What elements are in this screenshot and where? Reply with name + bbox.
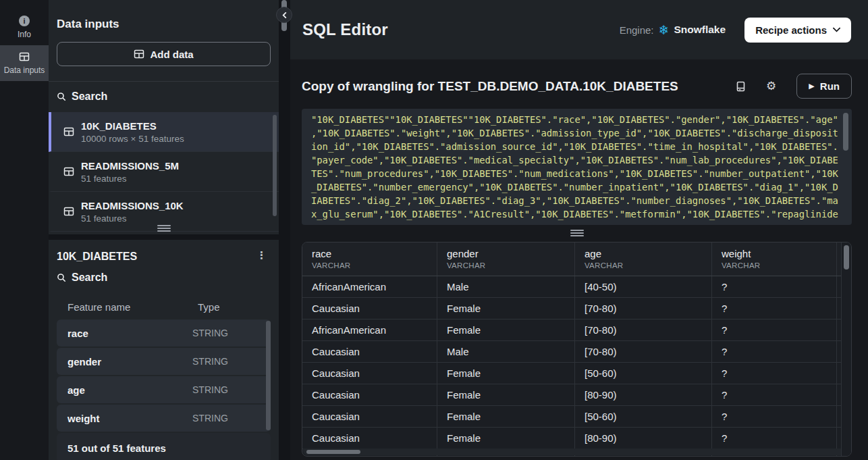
main-area: SQL Editor Engine: ❄ Snowflake Recipe ac… — [290, 0, 868, 460]
cell: Female — [437, 406, 575, 427]
settings-button[interactable]: ⚙ — [763, 78, 779, 95]
panel-resize-handle[interactable] — [157, 225, 171, 232]
editor-resize-handle[interactable] — [570, 230, 584, 236]
feature-row-gender[interactable]: gender STRING — [57, 348, 271, 375]
table-row[interactable]: Caucasian Female [70-80) ? — [302, 298, 841, 320]
table-vertical-scrollbar[interactable] — [841, 242, 851, 456]
table-row[interactable]: AfricanAmerican Male [40-50) ? — [302, 276, 841, 298]
dataset-search-input[interactable]: Search — [57, 82, 271, 111]
code-line: ,"10K_DIABETES"."weight","10K_DIABETES".… — [311, 126, 842, 140]
add-data-button[interactable]: Add data — [57, 42, 271, 66]
cell: Caucasian — [302, 341, 437, 362]
code-line: IABETES"."diag_2","10K_DIABETES"."diag_3… — [311, 194, 842, 207]
feature-list: race STRING gender STRING age STRING wei… — [57, 320, 271, 460]
dataset-name: READMISSIONS_5M — [81, 160, 179, 172]
feature-row-weight[interactable]: weight STRING — [57, 405, 271, 432]
dataset-meta: 51 features — [81, 174, 179, 184]
search-icon — [57, 92, 66, 101]
table-vertical-scroll-thumb[interactable] — [844, 245, 849, 270]
feature-row-age[interactable]: age STRING — [57, 376, 271, 403]
feature-type: STRING — [192, 356, 260, 367]
snowflake-icon: ❄ — [659, 24, 670, 36]
table-horizontal-scrollbar[interactable] — [303, 449, 841, 455]
chevron-down-icon — [833, 27, 840, 32]
feature-type: STRING — [192, 328, 260, 338]
cell: ? — [712, 428, 837, 449]
dataset-text: 10K_DIABETES 10000 rows × 51 features — [81, 120, 184, 144]
app-root: i Info Data inputs Data inputs Add data … — [0, 0, 868, 460]
data-inputs-title: Data inputs — [57, 18, 271, 31]
table-grid-icon — [63, 126, 74, 137]
editor-body: Copy of wrangling for TEST_DB.DEMO_DATA.… — [290, 59, 868, 460]
recipe-title: Copy of wrangling for TEST_DB.DEMO_DATA.… — [302, 79, 733, 94]
feature-search-input[interactable]: Search — [57, 263, 271, 292]
results-table: race VARCHAR gender VARCHAR age VARCHAR — [302, 242, 852, 457]
code-scrollbar[interactable] — [843, 113, 848, 151]
info-icon: i — [19, 16, 30, 26]
cell: Female — [437, 320, 575, 340]
features-panel-title: 10K_DIABETES — [57, 251, 252, 263]
dataset-list-scrollbar[interactable] — [273, 115, 277, 216]
rail-item-label: Info — [18, 30, 31, 39]
table-row[interactable]: Caucasian Female [80-90) ? — [302, 384, 841, 406]
collapse-panel-button[interactable] — [276, 7, 292, 23]
left-rail: i Info Data inputs — [0, 0, 49, 460]
feature-type: STRING — [192, 384, 260, 395]
column-header-weight[interactable]: weight VARCHAR — [712, 242, 837, 276]
table-row[interactable]: Caucasian Female [50-60) ? — [302, 363, 841, 384]
column-name: gender — [447, 248, 565, 259]
cell: Female — [437, 384, 575, 405]
cell: [40-50) — [575, 276, 712, 297]
feature-table-header: Feature name Type — [57, 292, 271, 313]
cell: Male — [437, 341, 575, 362]
cell: [70-80) — [575, 341, 712, 362]
dataset-name: 10K_DIABETES — [81, 120, 184, 132]
table-horizontal-scroll-thumb[interactable] — [306, 450, 360, 454]
cell: Caucasian — [302, 363, 437, 384]
column-type: VARCHAR — [312, 261, 427, 270]
feature-type: STRING — [192, 413, 260, 424]
code-line: "10K_DIABETES""10K_DIABETES""10K_DIABETE… — [311, 113, 842, 126]
dataset-list: 10K_DIABETES 10000 rows × 51 features RE… — [49, 112, 279, 232]
feature-name: age — [67, 384, 192, 396]
table-row[interactable]: Caucasian Male [70-80) ? — [302, 341, 841, 363]
sql-code-editor[interactable]: "10K_DIABETES""10K_DIABETES""10K_DIABETE… — [302, 109, 852, 225]
cell: ? — [712, 406, 837, 427]
dataset-meta: 51 features — [81, 213, 184, 224]
code-line: x_glu_serum","10K_DIABETES"."A1Cresult",… — [311, 207, 842, 221]
rail-item-info[interactable]: i Info — [0, 9, 49, 45]
dataset-item-10k-diabetes[interactable]: 10K_DIABETES 10000 rows × 51 features — [49, 112, 279, 152]
code-line: TES"."num_procedures","10K_DIABETES"."nu… — [311, 167, 842, 180]
feature-list-scrollbar[interactable] — [266, 321, 271, 430]
feature-type-header: Type — [198, 301, 268, 313]
cell: ? — [712, 320, 837, 340]
feature-name: weight — [67, 413, 192, 424]
table-row[interactable]: Caucasian Female [50-60) ? — [302, 406, 841, 428]
table-row[interactable]: Caucasian Female [80-90) ? — [302, 428, 841, 449]
run-label: Run — [820, 80, 840, 92]
panel-divider[interactable] — [279, 0, 290, 460]
feature-name: race — [67, 328, 192, 339]
dataset-item-readmissions-5m[interactable]: READMISSIONS_5M 51 features — [49, 152, 279, 192]
column-header-age[interactable]: age VARCHAR — [575, 242, 712, 276]
column-header-gender[interactable]: gender VARCHAR — [437, 242, 575, 276]
features-panel: 10K_DIABETES ⋮ Search Feature name Type … — [49, 240, 279, 460]
column-header-race[interactable]: race VARCHAR — [302, 242, 437, 276]
gear-icon: ⚙ — [766, 80, 776, 92]
rail-item-data-inputs[interactable]: Data inputs — [0, 45, 49, 81]
kebab-menu-icon[interactable]: ⋮ — [252, 251, 271, 261]
cell: [70-80) — [575, 320, 712, 340]
recipe-actions-button[interactable]: Recipe actions — [744, 18, 851, 43]
feature-name: gender — [67, 356, 192, 367]
cell: Caucasian — [302, 384, 437, 405]
table-grid-icon — [63, 206, 74, 217]
dataset-meta: 10000 rows × 51 features — [81, 134, 184, 144]
run-button[interactable]: ▶ Run — [796, 74, 852, 99]
search-icon — [57, 273, 66, 282]
column-name: race — [312, 248, 427, 259]
code-line: "payer_code","10K_DIABETES"."medical_spe… — [311, 153, 842, 167]
table-row[interactable]: AfricanAmerican Female [70-80) ? — [302, 320, 841, 341]
book-icon — [736, 81, 746, 92]
feature-row-race[interactable]: race STRING — [57, 320, 271, 347]
docs-button[interactable] — [733, 78, 749, 95]
